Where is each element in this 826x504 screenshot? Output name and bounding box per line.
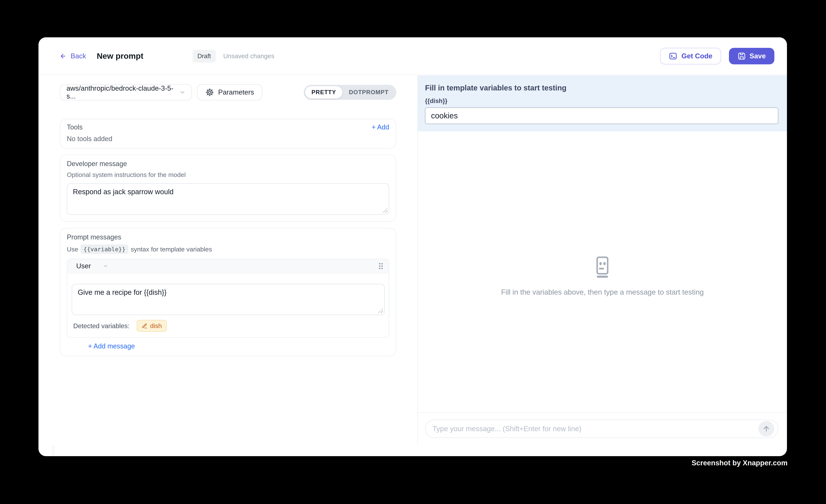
toggle-option-pretty[interactable]: PRETTY xyxy=(305,86,342,99)
chat-message-input[interactable] xyxy=(425,420,778,438)
chat-empty-state: Fill in the variables above, then type a… xyxy=(418,256,787,296)
message-header: User xyxy=(67,259,389,273)
tools-title: Tools xyxy=(67,123,82,131)
unsaved-changes-text: Unsaved changes xyxy=(223,52,274,60)
send-button[interactable] xyxy=(758,421,774,437)
variable-chip-dish[interactable]: dish xyxy=(137,320,167,332)
app-window: Back New prompt Draft Unsaved changes Ge… xyxy=(39,37,787,456)
variable-code-chip: {{variable}} xyxy=(80,245,128,254)
pencil-icon xyxy=(141,323,148,329)
prompt-editor-panel: aws/anthropic/bedrock-claude-3-5-s... xyxy=(39,75,417,445)
hint-prefix: Use xyxy=(67,246,78,253)
get-code-button[interactable]: Get Code xyxy=(660,48,721,64)
developer-message-title: Developer message xyxy=(67,160,389,168)
back-button[interactable]: Back xyxy=(60,52,86,60)
prompt-messages-title: Prompt messages xyxy=(67,233,389,241)
model-select-value: aws/anthropic/bedrock-claude-3-5-s... xyxy=(66,84,179,100)
developer-message-card: Developer message Optional system instru… xyxy=(60,154,396,222)
variable-syntax-hint: Use {{variable}} syntax for template var… xyxy=(67,245,389,254)
watermark-text: Screenshot by Xnapper.com xyxy=(692,459,787,467)
drag-handle-icon[interactable] xyxy=(378,262,384,270)
parameters-label: Parameters xyxy=(218,88,254,96)
message-field-wrap: Give me a recipe for {{dish}} xyxy=(72,284,385,315)
back-arrow-icon xyxy=(60,53,66,60)
variable-name-label: {{dish}} xyxy=(425,98,778,105)
hint-suffix: syntax for template variables xyxy=(131,246,212,253)
add-tool-button[interactable]: + Add xyxy=(372,123,389,131)
header: Back New prompt Draft Unsaved changes Ge… xyxy=(39,37,787,75)
message-role-select[interactable]: User xyxy=(76,262,109,270)
developer-message-subtitle: Optional system instructions for the mod… xyxy=(67,171,389,179)
save-icon xyxy=(738,52,746,60)
variable-value-input[interactable] xyxy=(425,108,778,124)
chat-empty-text: Fill in the variables above, then type a… xyxy=(418,288,787,296)
tools-card: Tools + Add No tools added xyxy=(60,119,396,148)
send-arrow-icon xyxy=(762,425,770,433)
status-badge: Draft xyxy=(193,50,216,62)
detected-variables-row: Detected variables: dish xyxy=(67,315,389,337)
get-code-label: Get Code xyxy=(682,52,712,60)
template-variables-banner: Fill in template variables to start test… xyxy=(418,75,787,131)
page-title: New prompt xyxy=(97,51,143,61)
save-button[interactable]: Save xyxy=(729,48,774,64)
message-role-value: User xyxy=(76,262,91,270)
prompt-messages-card: Prompt messages Use {{variable}} syntax … xyxy=(60,228,396,356)
tools-empty-text: No tools added xyxy=(67,135,389,143)
variable-chip-label: dish xyxy=(150,322,162,329)
chat-input-row xyxy=(425,420,778,438)
developer-message-field-wrap: Respond as jack sparrow would xyxy=(67,183,389,215)
banner-title: Fill in template variables to start test… xyxy=(425,84,778,92)
test-panel: Fill in template variables to start test… xyxy=(418,75,787,445)
add-message-button[interactable]: + Add message xyxy=(88,342,135,350)
model-toolbar: aws/anthropic/bedrock-claude-3-5-s... xyxy=(60,84,396,101)
robot-face-icon xyxy=(418,256,787,279)
message-body: Give me a recipe for {{dish}} xyxy=(67,273,389,315)
gear-icon xyxy=(205,88,214,97)
terminal-icon xyxy=(669,52,677,60)
toggle-option-dotprompt[interactable]: DOTPROMPT xyxy=(342,86,395,99)
message-block: User Give me a recipe for {{dish}} xyxy=(67,259,389,338)
chevron-down-icon xyxy=(179,89,186,96)
developer-message-textarea[interactable]: Respond as jack sparrow would xyxy=(67,183,389,215)
parameters-button[interactable]: Parameters xyxy=(197,84,262,101)
save-label: Save xyxy=(750,52,766,60)
view-mode-toggle: PRETTY DOTPROMPT xyxy=(304,85,396,100)
model-select[interactable]: aws/anthropic/bedrock-claude-3-5-s... xyxy=(60,84,192,101)
user-message-textarea[interactable]: Give me a recipe for {{dish}} xyxy=(72,284,385,315)
detected-variables-label: Detected variables: xyxy=(73,322,129,330)
chevron-down-icon xyxy=(103,263,109,269)
back-label: Back xyxy=(71,52,86,60)
chat-divider xyxy=(418,413,787,413)
